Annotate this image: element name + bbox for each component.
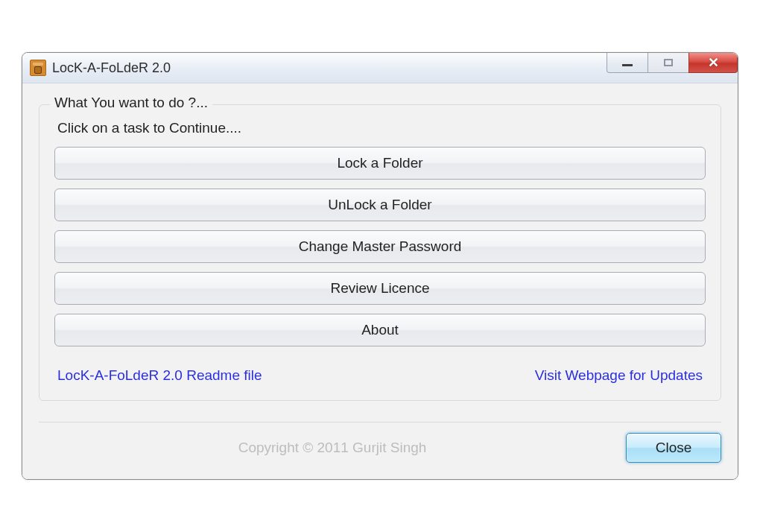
about-button[interactable]: About — [54, 314, 706, 346]
window-controls: ✕ — [607, 53, 738, 83]
maximize-icon — [664, 59, 673, 66]
client-area: What You want to do ?... Click on a task… — [22, 83, 738, 479]
close-icon: ✕ — [708, 56, 719, 69]
links-row: LocK-A-FoLdeR 2.0 Readme file Visit Webp… — [54, 367, 706, 384]
copyright-text: Copyright © 2011 Gurjit Singh — [39, 440, 626, 456]
minimize-button[interactable] — [607, 53, 648, 73]
titlebar-left: LocK-A-FoLdeR 2.0 — [30, 60, 171, 76]
folder-lock-icon — [30, 60, 46, 76]
groupbox-subtitle: Click on a task to Continue.... — [57, 120, 706, 136]
close-window-button[interactable]: ✕ — [688, 53, 738, 73]
maximize-button[interactable] — [647, 53, 689, 73]
close-button[interactable]: Close — [626, 433, 721, 463]
footer: Copyright © 2011 Gurjit Singh Close — [39, 422, 721, 463]
review-licence-button[interactable]: Review Licence — [54, 272, 706, 305]
updates-link[interactable]: Visit Webpage for Updates — [535, 367, 703, 384]
lock-folder-button[interactable]: Lock a Folder — [54, 147, 706, 180]
task-groupbox: What You want to do ?... Click on a task… — [39, 104, 721, 401]
app-window: LocK-A-FoLdeR 2.0 ✕ What You want to do … — [22, 52, 738, 480]
readme-link[interactable]: LocK-A-FoLdeR 2.0 Readme file — [57, 367, 262, 384]
window-title: LocK-A-FoLdeR 2.0 — [52, 60, 171, 76]
minimize-icon — [622, 64, 633, 66]
unlock-folder-button[interactable]: UnLock a Folder — [54, 189, 706, 221]
titlebar: LocK-A-FoLdeR 2.0 ✕ — [22, 53, 738, 83]
groupbox-legend: What You want to do ?... — [50, 95, 212, 111]
change-master-password-button[interactable]: Change Master Password — [54, 230, 706, 263]
